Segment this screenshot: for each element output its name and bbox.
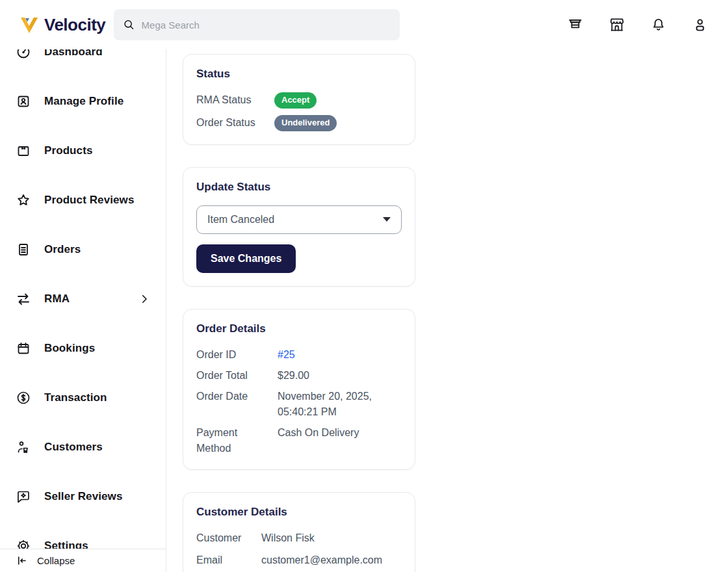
sidebar-item-label: Seller Reviews: [44, 490, 122, 503]
order-status-badge: Undelivered: [274, 115, 337, 131]
caret-down-icon: [383, 217, 391, 222]
status-card-title: Status: [196, 68, 402, 81]
order-id-link[interactable]: #25: [278, 349, 295, 360]
sidebar-item-manage-profile[interactable]: Manage Profile: [0, 77, 166, 126]
global-search[interactable]: [114, 9, 400, 40]
email-value: customer1@example.com: [261, 552, 402, 568]
collapse-arrow-icon: [16, 554, 28, 567]
update-status-card: Update Status Item Canceled Save Changes: [183, 167, 415, 287]
order-details-card-title: Order Details: [196, 322, 402, 335]
customer-label: Customer: [196, 530, 261, 546]
sidebar-item-label: Customers: [44, 441, 103, 454]
sidebar-item-transaction[interactable]: Transaction: [0, 373, 166, 422]
order-total-label: Order Total: [196, 368, 278, 384]
save-changes-button[interactable]: Save Changes: [196, 244, 296, 273]
order-date-label: Order Date: [196, 389, 278, 404]
email-label: Email: [196, 552, 261, 568]
velocity-logo-icon: [18, 14, 40, 36]
gauge-icon: [16, 49, 31, 60]
payment-method-value: Cash On Delivery: [278, 425, 402, 441]
main-content: Status RMA Status Accept Order Status Un…: [166, 49, 728, 572]
sidebar-item-label: Products: [44, 144, 92, 157]
header-actions: [567, 0, 708, 49]
sidebar-item-label: Dashboard: [44, 49, 103, 58]
customer-value: Wilson Fisk: [261, 530, 402, 546]
brand-logo[interactable]: Velocity: [18, 14, 109, 36]
document-icon: [16, 242, 31, 257]
customer-details-card: Customer Details Customer Wilson Fisk Em…: [183, 492, 415, 572]
sidebar-item-label: Transaction: [44, 391, 107, 404]
sidebar-item-label: Orders: [44, 243, 81, 256]
top-header: Velocity: [0, 0, 728, 49]
sidebar-nav: Dashboard Manage Profile Products Produc…: [0, 49, 166, 571]
order-date-value: November 20, 2025, 05:40:21 PM: [278, 389, 402, 420]
user-cart-icon: [16, 439, 31, 455]
customer-details-card-title: Customer Details: [196, 506, 402, 519]
update-status-card-title: Update Status: [196, 181, 402, 194]
sidebar-item-bookings[interactable]: Bookings: [0, 324, 166, 373]
search-input[interactable]: [142, 20, 391, 31]
payment-method-label: Payment Method: [196, 425, 278, 456]
sidebar-item-label: Manage Profile: [44, 95, 124, 108]
user-icon[interactable]: [692, 16, 708, 33]
collapse-label: Collapse: [37, 555, 75, 566]
sidebar-item-label: RMA: [44, 292, 70, 306]
sidebar-item-product-reviews[interactable]: Product Reviews: [0, 176, 166, 225]
sidebar: Dashboard Manage Profile Products Produc…: [0, 49, 166, 572]
sidebar-item-customers[interactable]: Customers: [0, 422, 166, 472]
status-card: Status RMA Status Accept Order Status Un…: [183, 54, 415, 145]
status-select-value: Item Canceled: [207, 214, 274, 226]
bell-icon[interactable]: [650, 16, 667, 33]
brand-name: Velocity: [44, 15, 105, 35]
sidebar-item-orders[interactable]: Orders: [0, 225, 166, 274]
calendar-icon: [16, 341, 31, 356]
sidebar-item-products[interactable]: Products: [0, 126, 166, 176]
store-icon[interactable]: [608, 16, 625, 33]
rma-status-badge: Accept: [274, 92, 317, 109]
status-select[interactable]: Item Canceled: [196, 205, 402, 234]
sidebar-item-rma[interactable]: RMA: [0, 274, 166, 324]
order-id-label: Order ID: [196, 347, 278, 363]
sidebar-item-label: Bookings: [44, 342, 95, 355]
package-icon: [16, 143, 31, 159]
sidebar-item-seller-reviews[interactable]: Seller Reviews: [0, 472, 166, 521]
order-status-label: Order Status: [196, 115, 274, 131]
storefront-icon[interactable]: [567, 16, 584, 33]
sidebar-collapse-button[interactable]: Collapse: [0, 549, 166, 572]
chat-star-icon: [16, 489, 31, 504]
dollar-circle-icon: [16, 390, 31, 406]
sidebar-item-label: Product Reviews: [44, 194, 135, 207]
search-icon: [123, 18, 135, 31]
rma-status-label: RMA Status: [196, 92, 274, 108]
order-total-value: $29.00: [278, 368, 402, 384]
sidebar-item-dashboard[interactable]: Dashboard: [0, 49, 166, 77]
star-icon: [16, 192, 31, 208]
chevron-right-icon: [138, 293, 150, 305]
order-details-card: Order Details Order ID #25 Order Total $…: [183, 309, 415, 470]
transfer-arrows-icon: [16, 291, 31, 307]
id-badge-icon: [16, 94, 31, 109]
